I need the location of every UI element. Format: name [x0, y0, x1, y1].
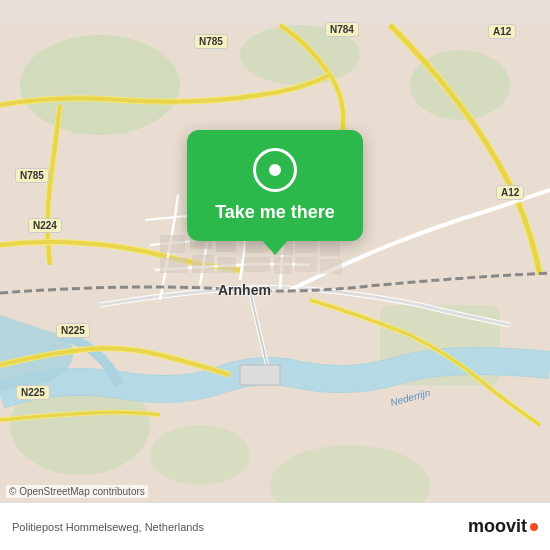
svg-rect-21	[295, 257, 317, 272]
svg-point-6	[150, 425, 250, 485]
svg-rect-20	[320, 240, 340, 256]
svg-rect-9	[160, 235, 185, 253]
moovit-text: moovit	[468, 516, 527, 537]
svg-point-1	[20, 35, 180, 135]
road-label-n784: N784	[325, 22, 359, 37]
city-label-arnhem: Arnhem	[218, 282, 271, 298]
map-container: N784 N785 N785 N224 N225 N225 A12 A12 Ar…	[0, 0, 550, 550]
bottom-bar-right: moovit	[468, 516, 538, 537]
svg-rect-8	[240, 365, 280, 385]
svg-rect-22	[320, 259, 342, 274]
map-copyright: © OpenStreetMap contributors	[6, 485, 148, 498]
road-label-n224: N224	[28, 218, 62, 233]
road-label-n225-1: N225	[56, 323, 90, 338]
road-label-a12-mid: A12	[496, 185, 524, 200]
popup-card[interactable]: Take me there	[187, 130, 363, 241]
svg-rect-12	[160, 257, 188, 273]
road-label-a12-top: A12	[488, 24, 516, 39]
moovit-logo: moovit	[468, 516, 538, 537]
road-label-n785-top: N785	[194, 34, 228, 49]
map-background	[0, 0, 550, 550]
svg-rect-14	[218, 257, 236, 273]
bottom-bar: Politiepost Hommelseweg, Netherlands moo…	[0, 502, 550, 550]
take-me-there-button[interactable]: Take me there	[215, 202, 335, 223]
svg-rect-17	[244, 257, 270, 272]
copyright-text: Politiepost Hommelseweg, Netherlands	[12, 521, 204, 533]
bottom-bar-left: Politiepost Hommelseweg, Netherlands	[12, 521, 204, 533]
svg-rect-18	[274, 257, 292, 274]
pin-dot	[269, 164, 281, 176]
road-label-n225-2: N225	[16, 385, 50, 400]
location-pin	[253, 148, 297, 192]
road-label-n785-left: N785	[15, 168, 49, 183]
moovit-dot-icon	[530, 523, 538, 531]
svg-rect-13	[192, 255, 214, 273]
